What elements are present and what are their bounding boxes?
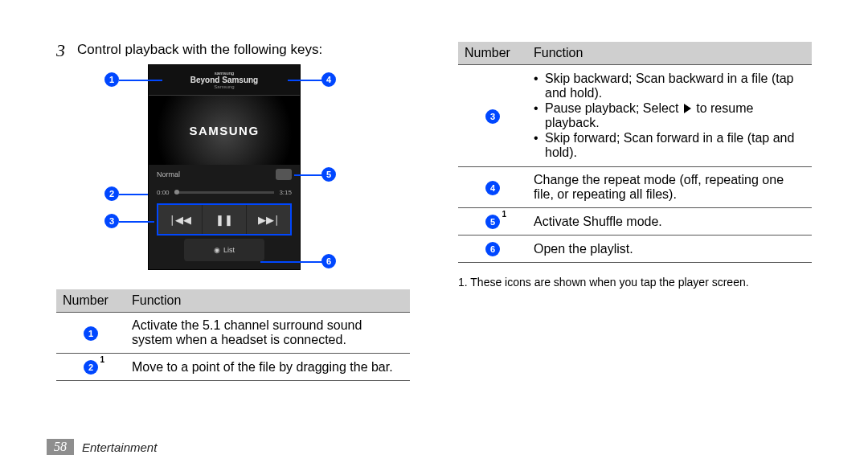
function-bullets: Skip backward; Scan backward in a file (… xyxy=(534,72,805,160)
shuffle-icon xyxy=(276,169,292,180)
progress-bar xyxy=(174,191,275,194)
callout-line-6 xyxy=(260,261,323,263)
bullet-item: Pause playback; Select to resume playbac… xyxy=(534,101,805,130)
callout-line-3 xyxy=(119,221,154,223)
section-label: Entertainment xyxy=(82,440,157,454)
row-function: Activate Shuffle mode. xyxy=(527,208,812,236)
callout-4: 4 xyxy=(321,72,336,87)
row-function: Skip backward; Scan backward in a file (… xyxy=(527,65,812,167)
now-playing-artist: Samsung xyxy=(214,84,234,89)
row-circle: 6 xyxy=(485,242,500,256)
callout-3: 3 xyxy=(104,214,119,228)
playlist-button: ◉ List xyxy=(184,239,264,261)
table-row: 3 Skip backward; Scan backward in a file… xyxy=(458,65,812,167)
table-row: 6 Open the playlist. xyxy=(458,236,812,263)
page-number: 58 xyxy=(47,439,74,455)
album-art: SAMSUNG xyxy=(149,96,300,165)
list-icon: ◉ xyxy=(214,246,220,254)
time-total: 3:15 xyxy=(279,189,292,196)
callout-5: 5 xyxy=(321,167,336,182)
time-elapsed: 0:00 xyxy=(157,189,170,196)
row-circle: 4 xyxy=(485,181,500,195)
right-column: Number Function 3 Skip backward; Scan ba… xyxy=(458,42,812,381)
table-row: 1 Activate the 5.1 channel surround soun… xyxy=(56,313,410,354)
footnote-text: 1. These icons are shown when you tap th… xyxy=(458,276,812,289)
table-row: 21 Move to a point of the file by draggi… xyxy=(56,354,410,381)
left-column: 3 Control playback with the following ke… xyxy=(56,42,410,381)
row-circle: 3 xyxy=(485,109,500,124)
row-function: Activate the 5.1 channel surround sound … xyxy=(125,313,410,354)
phone-header: samsung Beyond Samsung Samsung xyxy=(149,65,300,96)
step-number: 3 xyxy=(56,42,71,59)
callout-line-5 xyxy=(294,174,323,176)
pause-icon: ❚❚ xyxy=(203,205,247,234)
phone-mock: samsung Beyond Samsung Samsung SAMSUNG N… xyxy=(148,64,301,270)
list-label: List xyxy=(223,246,235,254)
row-circle: 51 xyxy=(485,215,500,229)
callout-line-4 xyxy=(288,80,323,81)
now-playing-title: Beyond Samsung xyxy=(190,76,258,84)
footnote-ref: 1 xyxy=(502,210,506,219)
row-function: Open the playlist. xyxy=(527,236,812,263)
callout-1: 1 xyxy=(104,72,119,87)
next-icon: ▶▶∣ xyxy=(247,205,290,234)
prev-icon: ∣◀◀ xyxy=(158,205,203,234)
row-function: Change the repeat mode (off, repeating o… xyxy=(527,167,812,208)
row-circle: 21 xyxy=(84,360,98,375)
step-text: Control playback with the following keys… xyxy=(77,42,322,58)
row-function: Move to a point of the file by dragging … xyxy=(125,354,410,381)
callout-6: 6 xyxy=(321,254,336,268)
bullet-item: Skip forward; Scan forward in a file (ta… xyxy=(534,131,805,160)
eq-mode-label: Normal xyxy=(157,170,180,178)
step-line: 3 Control playback with the following ke… xyxy=(56,42,410,59)
function-table-right: Number Function 3 Skip backward; Scan ba… xyxy=(458,42,812,263)
function-table-left: Number Function 1 Activate the 5.1 chann… xyxy=(56,289,410,381)
callout-2: 2 xyxy=(104,186,119,201)
page-footer: 58 Entertainment xyxy=(47,439,157,455)
callout-line-2 xyxy=(119,194,148,195)
progress-row: 0:00 3:15 xyxy=(149,184,300,200)
row-circle: 1 xyxy=(84,326,98,341)
th-function: Function xyxy=(125,289,410,313)
bullet-item: Skip backward; Scan backward in a file (… xyxy=(534,72,805,100)
table-row: 51 Activate Shuffle mode. xyxy=(458,208,812,236)
table-row: 4 Change the repeat mode (off, repeating… xyxy=(458,167,812,208)
playback-controls: ∣◀◀ ❚❚ ▶▶∣ xyxy=(157,203,292,236)
th-function: Function xyxy=(527,42,812,65)
eq-row: Normal xyxy=(149,165,300,184)
callout-line-1 xyxy=(119,80,162,81)
footnote-ref: 1 xyxy=(100,355,104,364)
player-illustration: 1 2 3 4 5 6 samsung Beyond Samsung Samsu… xyxy=(80,64,370,281)
th-number: Number xyxy=(458,42,527,65)
th-number: Number xyxy=(56,289,125,313)
play-icon xyxy=(684,104,691,113)
content-columns: 3 Control playback with the following ke… xyxy=(56,42,812,381)
